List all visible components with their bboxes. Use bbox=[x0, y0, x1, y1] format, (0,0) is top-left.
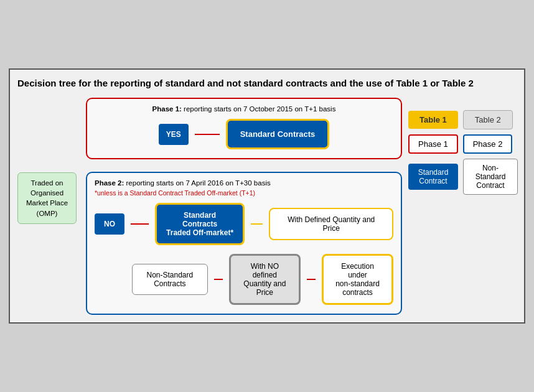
legend-nonstd-contract: Non-Standard Contract bbox=[463, 159, 518, 195]
legend-std-contract: Standard Contract bbox=[408, 164, 458, 190]
legend-phase1: Phase 1 bbox=[408, 134, 458, 154]
execution-line1: Execution under bbox=[332, 262, 383, 279]
std-offmarket-line1: Standard Contracts bbox=[166, 211, 233, 228]
legend-phase-row: Phase 1 Phase 2 bbox=[408, 134, 518, 154]
execution-line2: non-standard bbox=[332, 279, 383, 288]
yes-button: YES bbox=[159, 124, 189, 145]
std-offmarket-box: Standard Contracts Traded Off-market* bbox=[155, 203, 244, 245]
legend-section: Table 1 Table 2 Phase 1 Phase 2 Standard… bbox=[408, 98, 518, 315]
phase2-label: Phase 2: bbox=[95, 179, 124, 187]
legend-contract-row: Standard Contract Non-Standard Contract bbox=[408, 159, 518, 195]
phase1-label: Phase 1: bbox=[152, 105, 182, 113]
phase2-note: *unless is a Standard Contract Traded Of… bbox=[95, 189, 393, 197]
phase1-description: reporting starts on 7 October 2015 on T+… bbox=[184, 105, 335, 113]
phase2-title: Phase 2: reporting starts on 7 April 201… bbox=[95, 179, 393, 187]
execution-box: Execution under non-standard contracts bbox=[322, 254, 393, 305]
legend-table2: Table 2 bbox=[463, 110, 513, 129]
phase1-title: Phase 1: reporting starts on 7 October 2… bbox=[95, 105, 393, 113]
connector-no bbox=[131, 223, 149, 225]
phase2-description: reporting starts on 7 April 2016 on T+30… bbox=[126, 179, 271, 187]
legend-table-row: Table 1 Table 2 bbox=[408, 110, 518, 129]
content-area: Traded on Organised Market Place (OMP) P… bbox=[17, 98, 517, 315]
defined-qty-price-box: With Defined Quantity and Price bbox=[269, 208, 393, 240]
phase1-inner: YES Standard Contracts bbox=[95, 119, 393, 149]
omp-box: Traded on Organised Market Place (OMP) bbox=[17, 172, 77, 223]
no-defined-line1: With NO defined bbox=[240, 262, 290, 279]
omp-text: Traded on Organised Market Place (OMP) bbox=[26, 179, 68, 217]
connector-nonstd bbox=[214, 279, 223, 280]
no-defined-line2: Quantity and Price bbox=[240, 279, 290, 297]
execution-line3: contracts bbox=[332, 288, 383, 297]
standard-contracts-box: Standard Contracts bbox=[226, 119, 330, 149]
no-button: NO bbox=[95, 213, 124, 235]
connector-yes bbox=[195, 134, 220, 135]
legend-phase2: Phase 2 bbox=[463, 134, 513, 154]
phase2-row2: Non-Standard Contracts With NO defined Q… bbox=[132, 254, 393, 305]
no-defined-box: With NO defined Quantity and Price bbox=[229, 254, 301, 305]
main-container: Decision tree for the reporting of stand… bbox=[9, 68, 525, 324]
phase1-container: Phase 1: reporting starts on 7 October 2… bbox=[86, 98, 402, 159]
connector-defined bbox=[251, 223, 263, 225]
connector-execution bbox=[307, 279, 316, 280]
diagram-section: Traded on Organised Market Place (OMP) P… bbox=[17, 98, 402, 315]
page-title: Decision tree for the reporting of stand… bbox=[17, 77, 517, 90]
nonstd-contracts-box: Non-Standard Contracts bbox=[132, 264, 208, 295]
std-offmarket-line2: Traded Off-market* bbox=[166, 228, 233, 237]
legend-table1: Table 1 bbox=[408, 111, 458, 129]
phase2-container: Phase 2: reporting starts on 7 April 201… bbox=[86, 172, 402, 315]
phase2-row1: NO Standard Contracts Traded Off-market*… bbox=[95, 203, 393, 245]
